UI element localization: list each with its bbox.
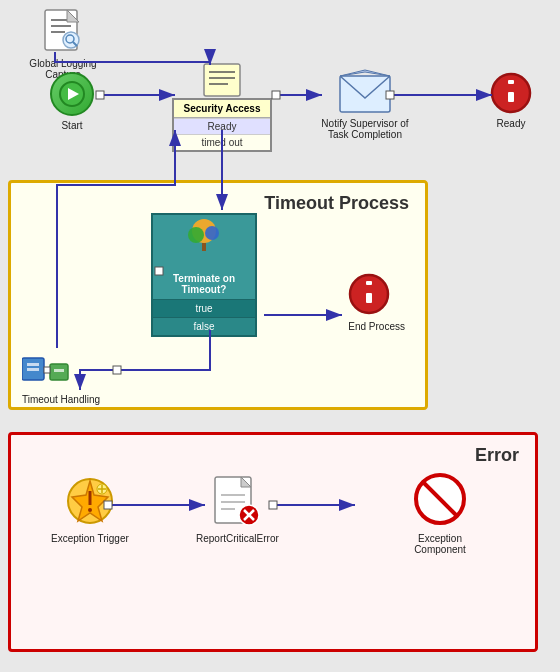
- report-critical-node: ReportCriticalError: [196, 475, 279, 544]
- svg-marker-30: [340, 70, 390, 76]
- end-process-label: End Process: [348, 321, 405, 332]
- svg-rect-42: [27, 363, 39, 366]
- notify-supervisor-node: Notify Supervisor of Task Completion: [320, 68, 410, 140]
- svg-point-50: [88, 508, 92, 512]
- exception-trigger-icon: [64, 475, 116, 527]
- terminate-timeout-label: Terminate onTimeout?: [157, 273, 251, 295]
- global-logging-node: Global Logging Capture: [18, 8, 108, 80]
- svg-rect-46: [44, 367, 50, 373]
- exception-component-label: Exception Component: [395, 533, 485, 555]
- security-access-header: Security Access: [174, 100, 270, 118]
- exception-component-icon: [412, 471, 468, 527]
- canvas: Global Logging Capture Start Security Ac…: [0, 0, 560, 672]
- start-label: Start: [61, 120, 82, 131]
- start-node: Start: [50, 72, 94, 131]
- timeout-box-title: Timeout Process: [264, 193, 409, 214]
- exception-component-node: Exception Component: [395, 471, 485, 555]
- global-logging-icon: [43, 8, 83, 54]
- timeout-handling-icon: [22, 350, 74, 388]
- svg-rect-40: [366, 293, 372, 303]
- ready-icon: [490, 72, 532, 114]
- svg-rect-45: [54, 369, 64, 372]
- svg-rect-43: [27, 368, 39, 371]
- terminate-timeout-icon: [184, 217, 224, 253]
- security-access-timedout: timed out: [174, 134, 270, 150]
- terminate-timeout-header: Terminate onTimeout?: [153, 215, 255, 299]
- report-critical-label: ReportCriticalError: [196, 533, 279, 544]
- error-box-title: Error: [475, 445, 519, 466]
- svg-point-35: [188, 227, 204, 243]
- start-icon: [50, 72, 94, 116]
- ready-label: Ready: [497, 118, 526, 129]
- end-process-node: End Process: [348, 273, 405, 332]
- security-access-icon: [200, 62, 244, 98]
- svg-rect-8: [96, 91, 104, 99]
- error-box: Error Exception Trigger: [8, 432, 538, 652]
- notify-supervisor-icon: [338, 68, 392, 114]
- timeout-handling-label: Timeout Handling: [22, 394, 100, 405]
- svg-rect-37: [202, 243, 206, 251]
- svg-point-36: [205, 226, 219, 240]
- security-access-box: Security Access Ready timed out: [172, 98, 272, 152]
- notify-supervisor-label: Notify Supervisor of Task Completion: [320, 118, 410, 140]
- svg-rect-25: [204, 64, 240, 96]
- ready-node: Ready: [490, 72, 532, 129]
- exception-trigger-node: Exception Trigger: [51, 475, 129, 544]
- svg-rect-9: [272, 91, 280, 99]
- security-access-node: Security Access Ready timed out: [172, 62, 272, 152]
- svg-rect-32: [508, 80, 514, 84]
- svg-rect-33: [508, 92, 514, 102]
- svg-rect-29: [340, 76, 390, 112]
- exception-trigger-label: Exception Trigger: [51, 533, 129, 544]
- terminate-true-row: true: [153, 299, 255, 317]
- terminate-timeout-node: Terminate onTimeout? true false: [151, 213, 257, 337]
- end-process-icon: [348, 273, 390, 315]
- security-access-ready: Ready: [174, 118, 270, 134]
- svg-rect-39: [366, 281, 372, 285]
- timeout-handling-node: Timeout Handling: [22, 350, 100, 405]
- report-critical-icon: [211, 475, 263, 527]
- terminate-timeout-box: Terminate onTimeout? true false: [151, 213, 257, 337]
- terminate-false-row: false: [153, 317, 255, 335]
